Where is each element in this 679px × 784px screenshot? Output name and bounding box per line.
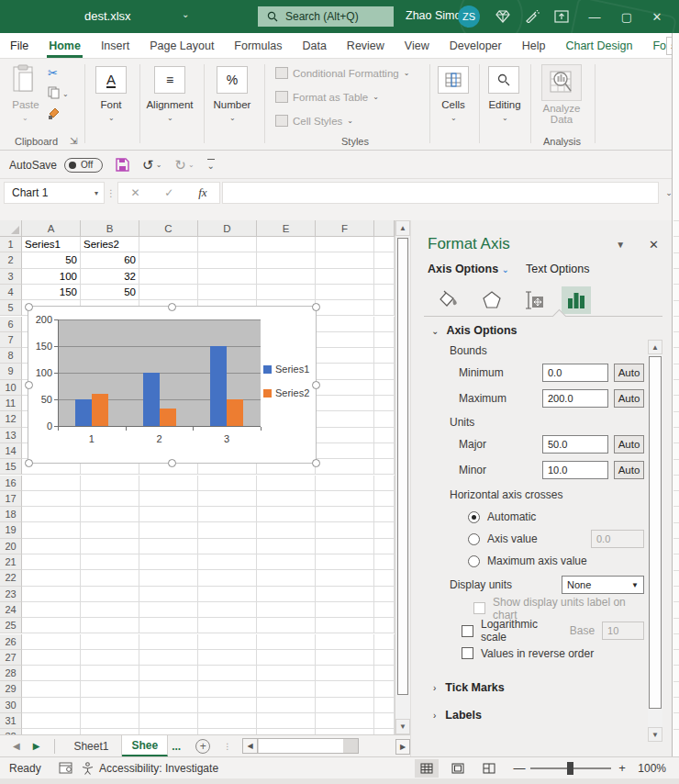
column-header-F[interactable]: F xyxy=(316,220,374,237)
cell-D29[interactable] xyxy=(198,681,257,697)
cell-partial[interactable] xyxy=(374,507,395,522)
premium-gem-icon[interactable] xyxy=(494,8,512,25)
page-layout-view-icon[interactable] xyxy=(446,759,470,778)
cell-F28[interactable] xyxy=(316,666,374,681)
tab-developer[interactable]: Developer xyxy=(440,33,512,58)
new-sheet-button[interactable]: + xyxy=(195,739,210,754)
chart-selection-handle[interactable] xyxy=(312,303,320,311)
chart-selection-handle[interactable] xyxy=(168,303,176,311)
cell-D27[interactable] xyxy=(198,650,257,666)
zoom-slider[interactable] xyxy=(530,767,611,769)
row-header-22[interactable]: 22 xyxy=(0,570,22,586)
chart-selection-handle[interactable] xyxy=(25,459,33,467)
cell-partial[interactable] xyxy=(374,666,395,681)
cell-F24[interactable] xyxy=(316,602,374,618)
cells-button[interactable]: Cells xyxy=(433,99,473,110)
cell-partial[interactable] xyxy=(374,252,395,268)
cell-E1[interactable] xyxy=(257,237,316,252)
redo-icon[interactable]: ↻⌄ xyxy=(174,157,194,174)
cell-E19[interactable] xyxy=(257,522,316,538)
cell-F22[interactable] xyxy=(316,570,374,586)
font-dropdown-icon[interactable]: ⌄ xyxy=(108,114,115,122)
cell-D16[interactable] xyxy=(198,476,257,491)
cell-A30[interactable] xyxy=(22,698,81,713)
cell-F8[interactable] xyxy=(316,348,374,364)
cell-F10[interactable] xyxy=(316,380,374,396)
cell-F21[interactable] xyxy=(316,554,374,570)
formula-input[interactable] xyxy=(222,182,659,204)
feedback-pen-icon[interactable] xyxy=(523,8,541,25)
cell-C27[interactable] xyxy=(139,650,198,666)
cell-F15[interactable] xyxy=(316,459,374,475)
cell-C31[interactable] xyxy=(139,713,198,729)
chart-selection-handle[interactable] xyxy=(168,459,176,467)
cell-C30[interactable] xyxy=(139,698,198,713)
cut-icon[interactable]: ✂ xyxy=(48,66,58,80)
cell-partial[interactable] xyxy=(374,681,395,697)
cell-D17[interactable] xyxy=(198,491,257,507)
cell-A28[interactable] xyxy=(22,666,81,681)
checkbox-logarithmic-scale[interactable] xyxy=(462,625,473,637)
cell-E25[interactable] xyxy=(257,618,316,633)
row-header-23[interactable]: 23 xyxy=(0,587,22,602)
row-header-26[interactable]: 26 xyxy=(0,634,22,650)
normal-view-icon[interactable] xyxy=(415,759,439,778)
cell-partial[interactable] xyxy=(374,698,395,713)
cell-B16[interactable] xyxy=(81,476,139,491)
cell-D30[interactable] xyxy=(198,698,257,713)
cell-A29[interactable] xyxy=(22,681,81,697)
radio-automatic[interactable] xyxy=(468,511,480,523)
cell-B31[interactable] xyxy=(81,713,139,729)
row-header-5[interactable]: 5 xyxy=(0,300,22,316)
cell-A20[interactable] xyxy=(22,539,81,554)
maximum-input[interactable]: 200.0 xyxy=(542,389,608,408)
cell-D1[interactable] xyxy=(198,237,257,252)
cell-C19[interactable] xyxy=(139,522,198,538)
cell-B3[interactable]: 32 xyxy=(81,269,139,285)
cell-A18[interactable] xyxy=(22,507,81,522)
chart-selection-handle[interactable] xyxy=(312,381,320,389)
cell-styles-button[interactable]: Cell Styles⌄ xyxy=(275,115,353,127)
cell-D3[interactable] xyxy=(198,269,257,285)
cell-D28[interactable] xyxy=(198,666,257,681)
major-unit-auto-button[interactable]: Auto xyxy=(614,435,644,454)
fill-line-icon[interactable] xyxy=(435,286,464,314)
cell-C17[interactable] xyxy=(139,491,198,507)
insert-function-icon[interactable]: fx xyxy=(198,185,206,200)
cell-E21[interactable] xyxy=(257,554,316,570)
cell-C16[interactable] xyxy=(139,476,198,491)
accessibility-status[interactable]: Accessibility: Investigate xyxy=(99,762,218,775)
cell-E23[interactable] xyxy=(257,587,316,602)
scroll-down-icon[interactable]: ▼ xyxy=(395,719,410,734)
cell-F30[interactable] xyxy=(316,698,374,713)
conditional-formatting-button[interactable]: Conditional Formatting⌄ xyxy=(275,67,409,79)
cell-E16[interactable] xyxy=(257,476,316,491)
cell-B19[interactable] xyxy=(81,522,139,538)
tab-home[interactable]: Home xyxy=(39,33,91,58)
cell-partial[interactable] xyxy=(374,317,395,332)
cancel-formula-icon[interactable]: ✕ xyxy=(130,186,139,199)
chart-object[interactable]: 050100150200123Series1Series2 xyxy=(28,306,317,464)
chart-selection-handle[interactable] xyxy=(25,381,33,389)
legend-item-series1[interactable]: Series1 xyxy=(263,364,309,375)
pane-scrollbar[interactable]: ▲ ▼ xyxy=(648,340,662,742)
number-button[interactable]: Number xyxy=(207,99,257,110)
cell-partial[interactable] xyxy=(374,332,395,348)
bar-series2-cat1[interactable] xyxy=(92,394,108,426)
pane-close-icon[interactable]: ✕ xyxy=(649,238,659,252)
cell-partial[interactable] xyxy=(374,587,395,602)
minimum-input[interactable]: 0.0 xyxy=(542,364,608,382)
pane-scroll-up-icon[interactable]: ▲ xyxy=(648,340,662,354)
cell-partial[interactable] xyxy=(374,570,395,586)
cell-partial[interactable] xyxy=(374,269,395,285)
pane-scrollbar-thumb[interactable] xyxy=(649,356,662,709)
cell-partial[interactable] xyxy=(374,618,395,633)
cell-partial[interactable] xyxy=(374,237,395,252)
row-header-20[interactable]: 20 xyxy=(0,539,22,554)
checkbox-values-in[interactable] xyxy=(462,647,473,659)
cell-A3[interactable]: 100 xyxy=(22,269,81,285)
row-header-10[interactable]: 10 xyxy=(0,380,22,396)
checkbox-show-display[interactable] xyxy=(473,602,485,614)
base-input[interactable]: 10 xyxy=(602,622,644,640)
cell-C29[interactable] xyxy=(139,681,198,697)
